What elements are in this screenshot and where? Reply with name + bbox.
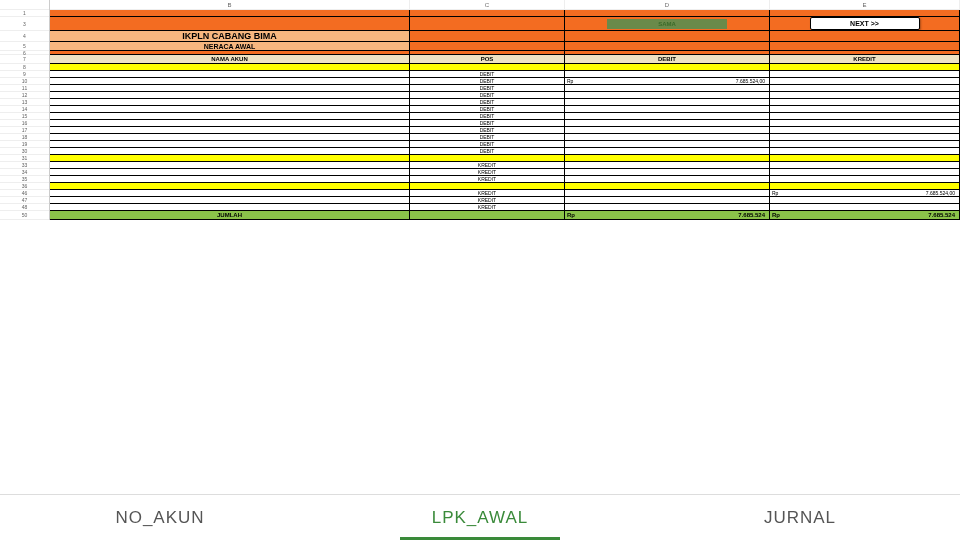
- cell[interactable]: Rp7.685.524,00: [565, 78, 770, 85]
- cell[interactable]: DEBIT: [410, 85, 565, 92]
- cell[interactable]: [50, 85, 410, 92]
- cell[interactable]: [565, 204, 770, 211]
- cell[interactable]: DEBIT: [410, 134, 565, 141]
- cell[interactable]: [50, 204, 410, 211]
- subtitle[interactable]: NERACA AWAL: [50, 42, 410, 51]
- cell[interactable]: [565, 113, 770, 120]
- cell[interactable]: [410, 183, 565, 190]
- th-kredit[interactable]: KREDIT: [770, 55, 960, 64]
- cell[interactable]: [770, 106, 960, 113]
- cell[interactable]: DEBIT: [410, 127, 565, 134]
- cell[interactable]: DEBIT: [410, 106, 565, 113]
- cell[interactable]: [565, 106, 770, 113]
- cell[interactable]: [770, 85, 960, 92]
- cell[interactable]: [565, 71, 770, 78]
- cell[interactable]: [565, 176, 770, 183]
- cell[interactable]: [50, 127, 410, 134]
- cell[interactable]: [565, 183, 770, 190]
- cell[interactable]: KREDIT: [410, 204, 565, 211]
- cell[interactable]: [770, 148, 960, 155]
- cell[interactable]: [770, 197, 960, 204]
- cell[interactable]: [50, 141, 410, 148]
- col-header-e[interactable]: E: [770, 0, 960, 10]
- title[interactable]: IKPLN CABANG BIMA: [50, 31, 410, 42]
- cell[interactable]: [50, 64, 410, 71]
- cell[interactable]: [50, 162, 410, 169]
- cell[interactable]: [565, 134, 770, 141]
- cell[interactable]: SAMA: [565, 17, 770, 31]
- cell[interactable]: [770, 155, 960, 162]
- cell[interactable]: [50, 10, 410, 17]
- total-kredit[interactable]: Rp 7.685.524: [770, 211, 960, 220]
- cell[interactable]: [50, 17, 410, 31]
- cell[interactable]: DEBIT: [410, 99, 565, 106]
- cell[interactable]: [50, 183, 410, 190]
- cell[interactable]: [770, 113, 960, 120]
- cell[interactable]: [50, 120, 410, 127]
- cell[interactable]: [770, 162, 960, 169]
- cell[interactable]: [50, 197, 410, 204]
- cell[interactable]: [410, 155, 565, 162]
- cell[interactable]: [770, 176, 960, 183]
- cell[interactable]: [565, 155, 770, 162]
- cell[interactable]: [50, 190, 410, 197]
- cell[interactable]: [565, 92, 770, 99]
- total-debit[interactable]: Rp 7.685.524: [565, 211, 770, 220]
- cell[interactable]: [50, 155, 410, 162]
- tab-no-akun[interactable]: NO_AKUN: [0, 495, 320, 540]
- cell[interactable]: [50, 78, 410, 85]
- tab-lpk-awal[interactable]: LPK_AWAL: [320, 495, 640, 540]
- cell[interactable]: [565, 197, 770, 204]
- cell[interactable]: [565, 31, 770, 42]
- cell[interactable]: [565, 169, 770, 176]
- col-header-b[interactable]: B: [50, 0, 410, 10]
- cell[interactable]: Rp7.685.524,00: [770, 190, 960, 197]
- cell[interactable]: DEBIT: [410, 148, 565, 155]
- cell[interactable]: [410, 42, 565, 51]
- cell[interactable]: [50, 134, 410, 141]
- tab-jurnal[interactable]: JURNAL: [640, 495, 960, 540]
- cell[interactable]: [50, 148, 410, 155]
- cell[interactable]: KREDIT: [410, 176, 565, 183]
- cell[interactable]: [565, 99, 770, 106]
- cell[interactable]: NEXT >>: [770, 17, 960, 31]
- cell[interactable]: [410, 64, 565, 71]
- th-nama[interactable]: NAMA AKUN: [50, 55, 410, 64]
- col-header-d[interactable]: D: [565, 0, 770, 10]
- cell[interactable]: [770, 99, 960, 106]
- cell[interactable]: [770, 71, 960, 78]
- col-header-c[interactable]: C: [410, 0, 565, 10]
- cell[interactable]: KREDIT: [410, 190, 565, 197]
- cell[interactable]: [770, 127, 960, 134]
- cell[interactable]: [50, 176, 410, 183]
- cell[interactable]: [770, 64, 960, 71]
- cell[interactable]: [50, 99, 410, 106]
- cell[interactable]: [770, 42, 960, 51]
- cell[interactable]: [410, 211, 565, 220]
- cell[interactable]: [565, 127, 770, 134]
- cell[interactable]: [50, 71, 410, 78]
- cell[interactable]: [770, 169, 960, 176]
- cell[interactable]: [770, 92, 960, 99]
- cell[interactable]: DEBIT: [410, 120, 565, 127]
- cell[interactable]: [565, 42, 770, 51]
- cell[interactable]: [770, 141, 960, 148]
- cell[interactable]: [565, 141, 770, 148]
- cell[interactable]: DEBIT: [410, 113, 565, 120]
- cell[interactable]: KREDIT: [410, 197, 565, 204]
- cell[interactable]: [410, 31, 565, 42]
- th-pos[interactable]: POS: [410, 55, 565, 64]
- cell[interactable]: DEBIT: [410, 71, 565, 78]
- cell[interactable]: [770, 134, 960, 141]
- cell[interactable]: [565, 162, 770, 169]
- cell[interactable]: [770, 10, 960, 17]
- cell[interactable]: [565, 10, 770, 17]
- cell[interactable]: [50, 113, 410, 120]
- cell[interactable]: [565, 120, 770, 127]
- cell[interactable]: DEBIT: [410, 78, 565, 85]
- next-button[interactable]: NEXT >>: [810, 17, 920, 30]
- th-debit[interactable]: DEBIT: [565, 55, 770, 64]
- cell[interactable]: KREDIT: [410, 162, 565, 169]
- cell[interactable]: [770, 120, 960, 127]
- cell[interactable]: [410, 17, 565, 31]
